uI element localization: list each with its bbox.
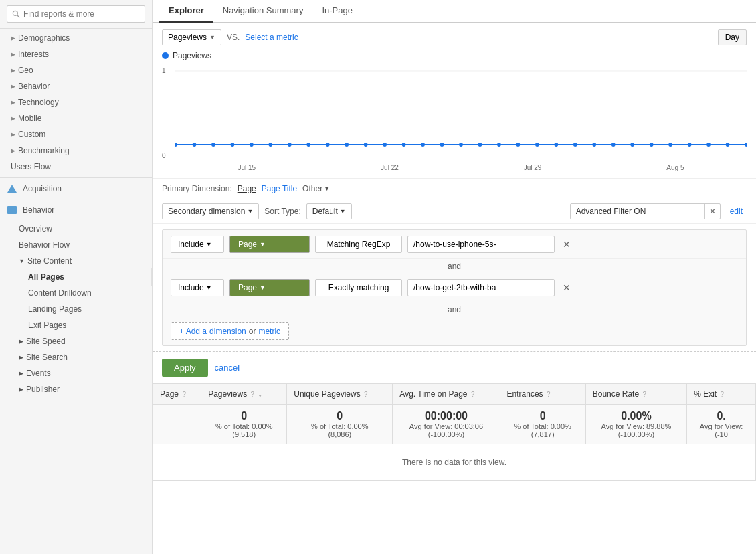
sidebar-item-interests[interactable]: ▶Interests xyxy=(0,46,152,62)
advanced-filter-input[interactable] xyxy=(571,204,704,219)
include-caret-2: ▼ xyxy=(206,284,212,291)
svg-point-16 xyxy=(440,143,444,147)
expand-arrow: ▶ xyxy=(11,67,15,74)
apply-button[interactable]: Apply xyxy=(162,359,208,377)
add-dimension-button[interactable]: + Add a dimension or metric xyxy=(171,322,289,340)
sidebar-item-site-search[interactable]: ▶ Site Search xyxy=(0,349,152,365)
svg-point-4 xyxy=(211,143,215,147)
sidebar-group-acquisition[interactable]: Acquisition xyxy=(0,178,152,199)
svg-point-14 xyxy=(402,143,406,147)
expand-arrow: ▶ xyxy=(11,83,15,90)
add-dimension-row: + Add a dimension or metric xyxy=(163,317,746,345)
col-header-entrances: Entrances ? xyxy=(500,384,585,405)
and-line-left-2 xyxy=(171,310,442,310)
add-or-label: or xyxy=(249,327,256,336)
include-btn-1[interactable]: Include ▼ xyxy=(171,236,224,253)
other-caret-icon: ▼ xyxy=(324,185,330,192)
pageviews-sort-arrow: ↓ xyxy=(258,389,262,399)
sidebar-item-users-flow[interactable]: Users Flow xyxy=(0,159,152,175)
remove-filter-2[interactable]: ✕ xyxy=(560,282,573,293)
svg-point-18 xyxy=(478,143,482,147)
events-arrow: ▶ xyxy=(19,370,23,377)
secondary-dimension-button[interactable]: Secondary dimension ▼ xyxy=(162,203,259,219)
totals-pageviews-cell: 0 % of Total: 0.00% (9,518) xyxy=(201,405,287,444)
sidebar-group-behavior[interactable]: Behavior xyxy=(0,199,152,221)
col-header-pct-exit: % Exit ? xyxy=(687,384,756,405)
sidebar-item-site-content[interactable]: ▼ Site Content xyxy=(0,253,152,269)
expand-arrow: ▶ xyxy=(11,35,15,41)
and-label-2: and xyxy=(448,305,461,314)
sidebar-item-behavior-flow[interactable]: Behavior Flow xyxy=(0,237,152,253)
svg-point-20 xyxy=(516,143,521,147)
behavior-section-icon xyxy=(5,203,19,217)
expand-arrow: ▶ xyxy=(11,147,15,154)
tab-explorer[interactable]: Explorer xyxy=(159,0,213,23)
filter-row-2: Include ▼ Page ▼ Exactly matching ✕ xyxy=(163,274,746,302)
sort-caret-icon: ▼ xyxy=(340,208,346,215)
sidebar-item-technology[interactable]: ▶Technology xyxy=(0,94,152,110)
dim-page-title-link[interactable]: Page Title xyxy=(262,184,297,193)
sort-type-button[interactable]: Default ▼ xyxy=(306,203,352,219)
svg-point-28 xyxy=(668,143,672,147)
sidebar: ▶Demographics ▶Interests ▶Geo ▶Behavior … xyxy=(0,0,153,554)
sort-type-label: Sort Type: xyxy=(264,207,300,216)
metric-pageviews-button[interactable]: Pageviews ▼ xyxy=(162,29,221,45)
cancel-link[interactable]: cancel xyxy=(215,363,240,373)
sidebar-item-landing-pages[interactable]: Landing Pages xyxy=(0,301,152,317)
add-dimension-link[interactable]: dimension xyxy=(209,327,246,336)
svg-point-23 xyxy=(573,143,577,147)
page-btn-2[interactable]: Page ▼ xyxy=(229,279,310,296)
advanced-filter-clear-button[interactable]: ✕ xyxy=(704,204,720,219)
col-header-page: Page ? xyxy=(153,384,201,405)
sidebar-item-custom[interactable]: ▶Custom xyxy=(0,126,152,143)
y-axis-max: 1 xyxy=(162,67,166,74)
filter-value-input-2[interactable] xyxy=(407,279,555,296)
day-button[interactable]: Day xyxy=(718,29,747,45)
sidebar-item-all-pages[interactable]: All Pages xyxy=(0,269,152,285)
svg-point-2 xyxy=(175,143,177,147)
dim-page-link[interactable]: Page xyxy=(238,184,256,193)
sidebar-item-content-drilldown[interactable]: Content Drilldown xyxy=(0,285,152,301)
include-btn-2[interactable]: Include ▼ xyxy=(171,279,224,296)
x-label-jul22: Jul 22 xyxy=(381,164,399,171)
tab-in-page[interactable]: In-Page xyxy=(312,0,362,23)
acquisition-section-icon xyxy=(5,182,19,195)
add-metric-link[interactable]: metric xyxy=(258,327,280,336)
dim-other-button[interactable]: Other ▼ xyxy=(302,184,330,193)
bounce-help-icon: ? xyxy=(642,391,646,398)
sidebar-item-exit-pages[interactable]: Exit Pages xyxy=(0,317,152,333)
svg-point-27 xyxy=(650,143,654,147)
tab-navigation-summary[interactable]: Navigation Summary xyxy=(213,0,313,23)
sidebar-item-benchmarking[interactable]: ▶Benchmarking xyxy=(0,143,152,159)
advanced-filter-box: ✕ xyxy=(570,203,721,219)
col-header-avg-time: Avg. Time on Page ? xyxy=(393,384,500,405)
matching-btn-1[interactable]: Matching RegExp xyxy=(315,236,402,253)
select-metric-link[interactable]: Select a metric xyxy=(245,33,298,42)
matching-btn-2[interactable]: Exactly matching xyxy=(315,279,402,296)
svg-point-15 xyxy=(421,143,425,147)
sidebar-item-behavior[interactable]: ▶Behavior xyxy=(0,78,152,94)
add-plus-icon: + Add a xyxy=(179,327,207,336)
x-label-jul15: Jul 15 xyxy=(238,164,256,171)
primary-dim-label: Primary Dimension: xyxy=(162,184,232,193)
sidebar-item-geo[interactable]: ▶Geo xyxy=(0,62,152,78)
sidebar-item-mobile[interactable]: ▶Mobile xyxy=(0,110,152,126)
sidebar-item-publisher[interactable]: ▶ Publisher xyxy=(0,381,152,397)
sidebar-item-demographics[interactable]: ▶Demographics xyxy=(0,30,152,46)
filter-value-input-1[interactable] xyxy=(407,236,555,253)
sidebar-collapse-button[interactable]: ◀ xyxy=(151,268,153,286)
sidebar-item-overview[interactable]: Overview xyxy=(0,221,152,237)
totals-entrances-cell: 0 % of Total: 0.00% (7,817) xyxy=(500,405,585,444)
page-help-icon: ? xyxy=(182,391,186,398)
filter-bar: Secondary dimension ▼ Sort Type: Default… xyxy=(153,199,756,224)
site-content-arrow: ▼ xyxy=(19,258,25,264)
action-row: Apply cancel xyxy=(153,351,756,383)
and-line-right-2 xyxy=(466,310,738,310)
svg-point-12 xyxy=(364,143,368,147)
page-btn-1[interactable]: Page ▼ xyxy=(229,236,310,253)
search-input[interactable] xyxy=(7,5,145,23)
edit-filter-link[interactable]: edit xyxy=(726,204,747,219)
remove-filter-1[interactable]: ✕ xyxy=(560,239,573,250)
sidebar-item-site-speed[interactable]: ▶ Site Speed xyxy=(0,333,152,349)
sidebar-item-events[interactable]: ▶ Events xyxy=(0,365,152,381)
